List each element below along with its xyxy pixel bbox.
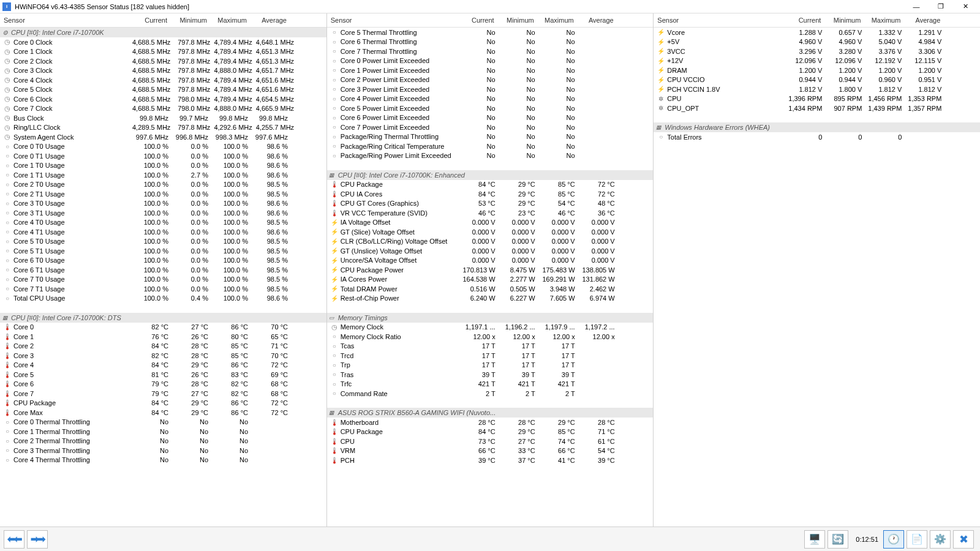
shared-memory-button[interactable]: 🔄 [827, 530, 848, 549]
sensor-row[interactable]: Rest-of-Chip Power6.240 W6.227 W7.605 W6… [327, 294, 654, 304]
minimize-button[interactable]: — [904, 0, 929, 13]
sensor-row[interactable]: CPU73 °C27 °C74 °C61 °C [327, 437, 654, 446]
expand-all-button[interactable]: ➡➡ [27, 530, 48, 549]
sensor-row[interactable]: Core 0 T1 Usage100.0 %0.0 %100.0 %98.6 % [0, 151, 326, 161]
sensor-row[interactable]: Core 0 Power Limit ExceededNoNoNo [327, 56, 654, 66]
group-header[interactable]: CPU [#0]: Intel Core i7-10700K [0, 28, 326, 37]
group-header[interactable]: Memory Timings [327, 313, 654, 323]
sensor-row[interactable]: IA Voltage Offset0.000 V0.000 V0.000 V0.… [327, 218, 654, 228]
sensor-row[interactable]: Core 2 Power Limit ExceededNoNoNo [327, 75, 654, 85]
sensor-row[interactable]: +5V4.960 V4.960 V5.040 V4.984 V [654, 37, 980, 47]
sensor-row[interactable]: PCH VCCIN 1.8V1.812 V1.800 V1.812 V1.812… [654, 84, 980, 94]
column-average[interactable]: Average [578, 17, 617, 24]
monitoring-button[interactable]: 🖥️ [804, 530, 825, 549]
sensor-row[interactable]: Core 176 °C26 °C80 °C65 °C [0, 332, 326, 342]
column-average[interactable]: Average [251, 17, 290, 24]
sensor-row[interactable]: Vcore1.288 V0.657 V1.332 V1.291 V [654, 28, 980, 37]
sensor-row[interactable]: Total CPU Usage100.0 %0.4 %100.0 %98.6 % [0, 294, 326, 304]
sensor-panel-3[interactable]: SensorCurrentMinimumMaximumAverageVcore1… [654, 13, 980, 527]
maximize-button[interactable]: ❐ [929, 0, 953, 13]
sensor-row[interactable]: 3VCC3.296 V3.280 V3.376 V3.306 V [654, 47, 980, 56]
sensor-row[interactable]: Bus Clock99.8 MHz99.7 MHz99.8 MHz99.8 MH… [0, 113, 326, 123]
column-current[interactable]: Current [131, 17, 171, 24]
column-minimum[interactable]: Minimum [498, 17, 538, 24]
sensor-row[interactable]: Core 6 Thermal ThrottlingNoNoNo [327, 37, 654, 47]
column-current[interactable]: Current [785, 17, 824, 24]
group-header[interactable]: CPU [#0]: Intel Core i7-10700K: DTS [0, 313, 326, 323]
column-maximum[interactable]: Maximum [538, 17, 578, 24]
sensor-row[interactable]: Core 5 T1 Usage100.0 %0.0 %100.0 %98.5 % [0, 246, 326, 256]
sensor-row[interactable]: VRM66 °C33 °C66 °C54 °C [327, 446, 654, 456]
sensor-row[interactable]: Core 6 Power Limit ExceededNoNoNo [327, 113, 654, 123]
exit-button[interactable]: ✖ [953, 530, 974, 549]
sensor-row[interactable]: Package/Ring Power Limit ExceededNoNoNo [327, 151, 654, 161]
sensor-row[interactable]: Core 0 Clock4,688.5 MHz797.8 MHz4,789.4 … [0, 37, 326, 47]
sensor-row[interactable]: Core 2 Thermal ThrottlingNoNoNo [0, 437, 326, 446]
sensor-row[interactable]: Core 382 °C28 °C85 °C70 °C [0, 351, 326, 361]
sensor-row[interactable]: Ring/LLC Clock4,289.5 MHz797.8 MHz4,292.… [0, 123, 326, 133]
sensor-row[interactable]: Core 2 T0 Usage100.0 %0.0 %100.0 %98.5 % [0, 180, 326, 190]
sensor-row[interactable]: Core 3 T0 Usage100.0 %0.0 %100.0 %98.6 % [0, 199, 326, 209]
sensor-row[interactable]: Core 082 °C27 °C86 °C70 °C [0, 323, 326, 332]
logging-button[interactable]: 📄 [907, 530, 927, 549]
sensor-row[interactable]: Core 2 T1 Usage100.0 %0.0 %100.0 %98.5 % [0, 189, 326, 199]
sensor-row[interactable]: Core 1 Power Limit ExceededNoNoNo [327, 66, 654, 75]
sensor-row[interactable]: CPU IA Cores84 °C29 °C85 °C72 °C [327, 189, 654, 199]
sensor-row[interactable]: Core 3 Power Limit ExceededNoNoNo [327, 84, 654, 94]
sensor-row[interactable]: Total Errors000 [654, 132, 980, 142]
sensor-row[interactable]: Core 6 T0 Usage100.0 %0.0 %100.0 %98.5 % [0, 256, 326, 266]
clock-button[interactable]: 🕐 [883, 530, 904, 549]
column-header-row[interactable]: SensorCurrentMinimumMaximumAverage [327, 13, 654, 28]
column-header-row[interactable]: SensorCurrentMinimumMaximumAverage [654, 13, 980, 28]
group-header[interactable]: Windows Hardware Errors (WHEA) [654, 122, 980, 132]
sensor-row[interactable]: Memory Clock Ratio12.00 x12.00 x12.00 x1… [327, 332, 654, 342]
sensor-row[interactable]: Core 3 Clock4,688.5 MHz797.8 MHz4,888.0 … [0, 66, 326, 76]
sensor-row[interactable]: Trp17 T17 T17 T [327, 361, 654, 370]
sensor-row[interactable]: Core 4 Clock4,688.5 MHz797.8 MHz4,789.4 … [0, 75, 326, 85]
sensor-row[interactable]: Core 7 Clock4,688.5 MHz798.0 MHz4,888.0 … [0, 104, 326, 114]
sensor-row[interactable]: Core 779 °C27 °C82 °C68 °C [0, 389, 326, 399]
sensor-row[interactable]: CPU GT Cores (Graphics)53 °C29 °C54 °C48… [327, 199, 654, 209]
sensor-row[interactable]: Command Rate2 T2 T2 T [327, 389, 654, 399]
column-sensor[interactable]: Sensor [327, 17, 458, 24]
settings-button[interactable]: ⚙️ [930, 530, 951, 549]
sensor-row[interactable]: VR VCC Temperature (SVID)46 °C23 °C46 °C… [327, 208, 654, 218]
sensor-row[interactable]: Core 7 Thermal ThrottlingNoNoNo [327, 47, 654, 56]
sensor-row[interactable]: +12V12.096 V12.096 V12.192 V12.115 V [654, 56, 980, 66]
sensor-row[interactable]: Trcd17 T17 T17 T [327, 351, 654, 361]
column-sensor[interactable]: Sensor [654, 17, 785, 24]
sensor-row[interactable]: Core 5 T0 Usage100.0 %0.0 %100.0 %98.5 % [0, 237, 326, 247]
sensor-row[interactable]: GT (Slice) Voltage Offset0.000 V0.000 V0… [327, 227, 654, 237]
sensor-row[interactable]: Core 7 T0 Usage100.0 %0.0 %100.0 %98.5 % [0, 275, 326, 285]
sensor-row[interactable]: Motherboard28 °C28 °C29 °C28 °C [327, 418, 654, 427]
sensor-row[interactable]: Core 679 °C28 °C82 °C68 °C [0, 380, 326, 389]
sensor-row[interactable]: CLR (CBo/LLC/Ring) Voltage Offset0.000 V… [327, 237, 654, 247]
sensor-row[interactable]: Tras39 T39 T39 T [327, 370, 654, 380]
sensor-row[interactable]: Memory Clock1,197.1 ...1,196.2 ...1,197.… [327, 323, 654, 332]
column-sensor[interactable]: Sensor [0, 17, 131, 24]
sensor-panel-1[interactable]: SensorCurrentMinimumMaximumAverageCPU [#… [0, 13, 327, 527]
group-header[interactable]: ASUS ROG STRIX B560-A GAMING WIFI (Nuvot… [327, 408, 654, 418]
sensor-row[interactable]: Core 6 Clock4,688.5 MHz798.0 MHz4,789.4 … [0, 94, 326, 104]
sensor-row[interactable]: CPU Package Power170.813 W8.475 W175.483… [327, 265, 654, 275]
sensor-row[interactable]: CPU1,396 RPM895 RPM1,456 RPM1,353 RPM [654, 94, 980, 104]
sensor-row[interactable]: System Agent Clock997.6 MHz996.8 MHz998.… [0, 132, 326, 142]
sensor-row[interactable]: Core 4 Power Limit ExceededNoNoNo [327, 94, 654, 104]
sensor-row[interactable]: Core 1 T1 Usage100.0 %2.7 %100.0 %98.6 % [0, 170, 326, 180]
sensor-row[interactable]: Core 7 T1 Usage100.0 %0.0 %100.0 %98.5 % [0, 284, 326, 294]
sensor-row[interactable]: Core 4 Thermal ThrottlingNoNoNo [0, 455, 326, 465]
sensor-row[interactable]: CPU VCCIO0.944 V0.944 V0.960 V0.951 V [654, 75, 980, 85]
sensor-row[interactable]: Core 4 T0 Usage100.0 %0.0 %100.0 %98.5 % [0, 218, 326, 228]
sensor-row[interactable]: CPU Package84 °C29 °C85 °C72 °C [327, 180, 654, 190]
sensor-row[interactable]: DRAM1.200 V1.200 V1.200 V1.200 V [654, 66, 980, 75]
column-minimum[interactable]: Minimum [171, 17, 211, 24]
column-average[interactable]: Average [904, 17, 944, 24]
sensor-row[interactable]: GT (Unslice) Voltage Offset0.000 V0.000 … [327, 246, 654, 256]
sensor-row[interactable]: Core 284 °C28 °C85 °C71 °C [0, 342, 326, 351]
sensor-row[interactable]: Core 484 °C29 °C86 °C72 °C [0, 361, 326, 370]
column-maximum[interactable]: Maximum [864, 17, 904, 24]
sensor-row[interactable]: Core 581 °C26 °C83 °C69 °C [0, 370, 326, 380]
sensor-row[interactable]: Core 5 Thermal ThrottlingNoNoNo [327, 28, 654, 37]
sensor-row[interactable]: Core 0 T0 Usage100.0 %0.0 %100.0 %98.6 % [0, 142, 326, 152]
sensor-row[interactable]: CPU Package84 °C29 °C86 °C72 °C [0, 399, 326, 408]
